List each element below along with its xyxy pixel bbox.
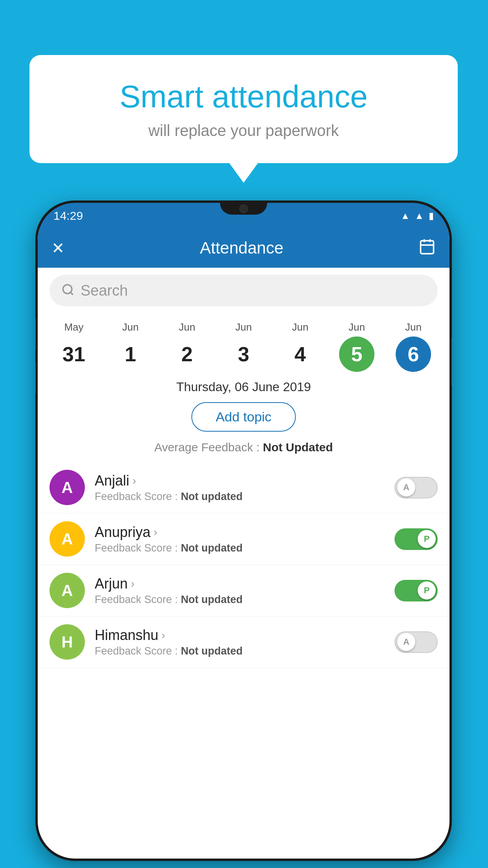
status-time: 14:29	[53, 209, 83, 223]
search-input-placeholder: Search	[81, 282, 128, 299]
bubble-title: Smart attendance	[61, 79, 426, 115]
calendar-day[interactable]: Jun5	[328, 321, 385, 372]
attendance-toggle-container[interactable]: P	[394, 528, 438, 550]
student-item[interactable]: AArjun ›Feedback Score : Not updatedP	[38, 565, 449, 616]
toggle-knob: P	[418, 530, 436, 548]
avg-feedback-value: Not Updated	[263, 441, 333, 454]
cal-date-number: 2	[169, 337, 205, 372]
attendance-toggle-container[interactable]: A	[394, 631, 438, 653]
app-bar: ✕ Attendance	[38, 228, 449, 268]
app-bar-title: Attendance	[200, 239, 284, 257]
student-name: Anjali ›	[95, 473, 385, 489]
calendar-day[interactable]: Jun4	[272, 321, 328, 372]
svg-rect-0	[420, 241, 433, 254]
attendance-toggle[interactable]: P	[394, 528, 438, 550]
student-name: Anupriya ›	[95, 524, 385, 541]
cal-month-label: Jun	[179, 321, 195, 333]
feedback-score: Feedback Score : Not updated	[95, 594, 385, 606]
front-camera	[239, 204, 248, 213]
bubble-subtitle: will replace your paperwork	[61, 122, 426, 140]
cal-date-number: 1	[113, 337, 148, 372]
avatar: A	[50, 573, 85, 608]
student-info: Arjun ›Feedback Score : Not updated	[95, 576, 385, 606]
phone-frame: 14:29 ▲ ▲ ▮ ✕ Attendance	[35, 200, 452, 861]
attendance-toggle[interactable]: A	[394, 631, 438, 653]
calendar-day[interactable]: May31	[46, 321, 102, 372]
chevron-right-icon: ›	[154, 526, 157, 539]
chevron-right-icon: ›	[132, 474, 136, 487]
cal-date-number: 31	[56, 337, 92, 372]
volume-down-button	[35, 362, 36, 393]
calendar-day[interactable]: Jun6	[385, 321, 442, 372]
status-icons: ▲ ▲ ▮	[400, 210, 434, 221]
avg-feedback-label: Average Feedback :	[154, 441, 260, 454]
feedback-score: Feedback Score : Not updated	[95, 645, 385, 657]
close-button[interactable]: ✕	[51, 239, 65, 257]
svg-point-4	[63, 285, 72, 294]
toggle-knob: A	[397, 633, 415, 651]
notch	[220, 203, 267, 215]
status-bar: 14:29 ▲ ▲ ▮	[38, 203, 449, 228]
student-info: Anjali ›Feedback Score : Not updated	[95, 473, 385, 503]
feedback-score: Feedback Score : Not updated	[95, 542, 385, 554]
search-container: Search	[38, 268, 449, 313]
chevron-right-icon: ›	[131, 577, 134, 590]
cal-date-number: 4	[283, 337, 318, 372]
phone-inner: 14:29 ▲ ▲ ▮ ✕ Attendance	[38, 203, 449, 859]
student-item[interactable]: AAnupriya ›Feedback Score : Not updatedP	[38, 513, 449, 565]
calendar-day[interactable]: Jun3	[215, 321, 272, 372]
student-name: Himanshu ›	[95, 627, 385, 644]
cal-month-label: May	[64, 321, 83, 333]
student-item[interactable]: AAnjali ›Feedback Score : Not updatedA	[38, 462, 449, 513]
cal-date-number: 6	[396, 337, 431, 372]
average-feedback: Average Feedback : Not Updated	[38, 439, 449, 462]
wifi-icon: ▲	[400, 210, 410, 221]
add-topic-container: Add topic	[38, 400, 449, 439]
search-icon	[61, 283, 75, 298]
student-name: Arjun ›	[95, 576, 385, 592]
toggle-knob: A	[397, 478, 415, 497]
calendar-icon[interactable]	[418, 238, 436, 259]
calendar-day[interactable]: Jun2	[159, 321, 215, 372]
avatar: A	[50, 521, 85, 557]
battery-icon: ▮	[429, 210, 434, 221]
cal-month-label: Jun	[292, 321, 308, 333]
selected-date-label: Thursday, 06 June 2019	[38, 372, 449, 400]
speech-bubble: Smart attendance will replace your paper…	[29, 55, 458, 163]
power-button	[451, 338, 452, 385]
cal-date-number: 3	[226, 337, 261, 372]
student-item[interactable]: HHimanshu ›Feedback Score : Not updatedA	[38, 616, 449, 668]
feedback-score: Feedback Score : Not updated	[95, 491, 385, 503]
toggle-knob: P	[418, 581, 436, 600]
avatar: H	[50, 624, 85, 660]
add-topic-button[interactable]: Add topic	[191, 402, 296, 432]
chevron-right-icon: ›	[161, 629, 165, 642]
student-info: Anupriya ›Feedback Score : Not updated	[95, 524, 385, 554]
cal-month-label: Jun	[349, 321, 365, 333]
search-bar[interactable]: Search	[50, 275, 438, 306]
cal-month-label: Jun	[405, 321, 422, 333]
speech-bubble-container: Smart attendance will replace your paper…	[29, 55, 458, 163]
signal-icon: ▲	[415, 210, 424, 221]
student-list: AAnjali ›Feedback Score : Not updatedAAA…	[38, 462, 449, 859]
cal-month-label: Jun	[122, 321, 139, 333]
attendance-toggle-container[interactable]: A	[394, 477, 438, 498]
attendance-toggle-container[interactable]: P	[394, 580, 438, 601]
avatar: A	[50, 470, 85, 505]
attendance-toggle[interactable]: A	[394, 477, 438, 498]
student-info: Himanshu ›Feedback Score : Not updated	[95, 627, 385, 657]
attendance-toggle[interactable]: P	[394, 580, 438, 601]
cal-date-number: 5	[339, 337, 374, 372]
cal-month-label: Jun	[235, 321, 252, 333]
svg-line-5	[71, 292, 73, 295]
volume-up-button	[35, 318, 36, 350]
calendar-day[interactable]: Jun1	[102, 321, 159, 372]
calendar-strip: May31Jun1Jun2Jun3Jun4Jun5Jun6	[38, 313, 449, 372]
phone-screen: ✕ Attendance	[38, 228, 449, 859]
